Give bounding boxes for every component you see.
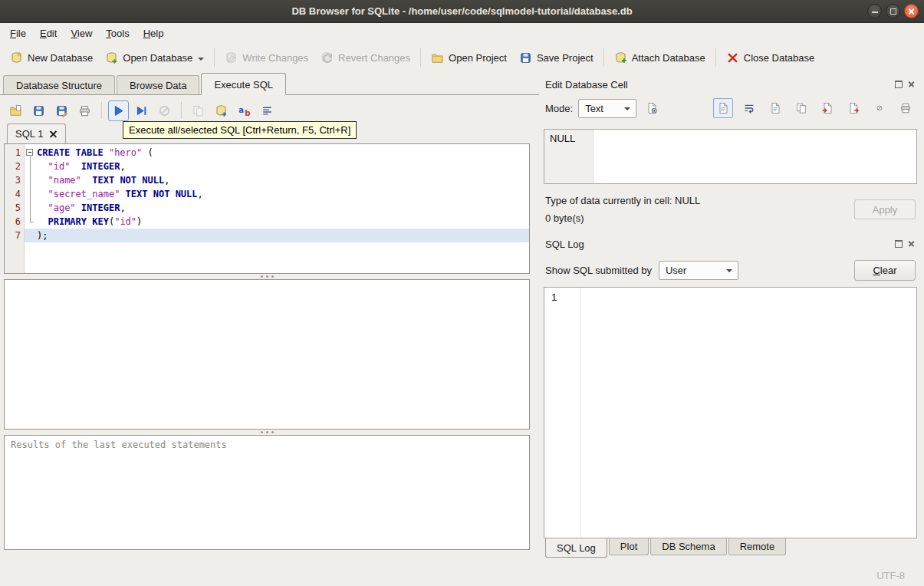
menu-edit[interactable]: Edit <box>33 25 64 41</box>
toolbar-close-database[interactable]: Close Database <box>720 48 821 68</box>
open-database-dropdown-arrow[interactable] <box>198 58 204 64</box>
menu-file[interactable]: File <box>3 25 33 41</box>
dock-tab-remote[interactable]: Remote <box>728 538 787 555</box>
editor-line-3: 3 "name" TEXT NOT NULL, <box>5 173 529 187</box>
menu-tools[interactable]: Tools <box>99 25 136 41</box>
print-icon[interactable] <box>896 98 916 118</box>
stop-icon[interactable] <box>154 100 175 121</box>
fold-margin <box>25 201 35 215</box>
write-changes-icon <box>225 51 238 64</box>
dock-close-icon[interactable] <box>907 81 916 89</box>
toolbar-separator <box>603 48 604 67</box>
maximize-icon[interactable] <box>886 4 900 18</box>
line-number: 3 <box>5 173 25 187</box>
text-view-icon[interactable] <box>713 98 733 118</box>
editor-line-7: 7); <box>5 229 529 242</box>
print-icon[interactable] <box>74 100 95 121</box>
splitter-handle[interactable] <box>4 430 530 435</box>
code-text[interactable]: "secret_name" TEXT NOT NULL, <box>35 187 529 201</box>
tab-execute-sql[interactable]: Execute SQL <box>201 73 286 95</box>
editor-line-6: 6 PRIMARY KEY("id") <box>5 215 529 229</box>
cell-mode-value: Text <box>585 103 616 114</box>
sql-tab[interactable]: SQL 1 <box>7 123 66 143</box>
execute-all-icon[interactable] <box>108 100 129 121</box>
editor-line-1: 1CREATE TABLE "hero" ( <box>5 146 529 160</box>
toolbar-open-database[interactable]: Open Database <box>99 48 210 68</box>
toolbar-save-project[interactable]: Save Project <box>513 48 600 68</box>
import-data-icon[interactable] <box>817 98 837 118</box>
toolbar-open-project[interactable]: Open Project <box>425 48 513 68</box>
status-bar: UTF-8 <box>0 565 924 586</box>
splitter-handle[interactable] <box>4 274 530 279</box>
sql-editor-toolbar: ab <box>4 95 530 123</box>
code-text[interactable]: "id" INTEGER, <box>35 160 529 173</box>
dock-float-icon[interactable] <box>894 240 903 249</box>
code-text[interactable]: CREATE TABLE "hero" ( <box>35 146 529 160</box>
execute-line-icon[interactable] <box>131 100 152 121</box>
cell-info-row: Type of data currently in cell: NULL 0 b… <box>544 195 917 224</box>
log-row-number: 1 <box>544 288 580 303</box>
format-sql-icon[interactable] <box>257 100 278 121</box>
menu-view[interactable]: View <box>64 25 99 41</box>
line-number: 2 <box>5 160 25 173</box>
close-database-icon <box>726 51 739 64</box>
menu-help[interactable]: Help <box>136 25 171 41</box>
open-database-icon <box>105 51 118 64</box>
save-sql-file-icon[interactable] <box>28 100 49 121</box>
minimize-icon[interactable] <box>867 4 882 18</box>
dock-tab-db-schema[interactable]: DB Schema <box>650 538 726 555</box>
toolbar-write-changes[interactable]: Write Changes <box>219 48 314 68</box>
toolbar-revert-changes[interactable]: Revert Changes <box>314 48 416 68</box>
export-data-icon[interactable] <box>843 98 863 118</box>
toolbar-separator <box>101 102 102 119</box>
dock-tab-plot[interactable]: Plot <box>609 538 649 555</box>
toolbar-new-database[interactable]: New Database <box>4 48 99 68</box>
cell-editor[interactable]: NULL <box>544 129 917 184</box>
cell-icon-group <box>713 98 916 118</box>
code-text[interactable]: ); <box>35 229 529 242</box>
results-message-pane: Results of the last executed statements <box>4 435 530 550</box>
dock-close-icon[interactable] <box>907 240 916 249</box>
new-database-icon <box>10 51 23 64</box>
fold-margin <box>25 215 35 229</box>
edit-cell-title: Edit Database Cell <box>545 79 889 91</box>
toolbar-attach-database[interactable]: Attach Database <box>608 48 712 68</box>
sql-log-title: SQL Log <box>545 239 889 250</box>
line-number: 4 <box>5 187 25 201</box>
code-text[interactable]: PRIMARY KEY("id") <box>35 215 529 229</box>
copy-icon[interactable] <box>791 98 811 118</box>
find-replace-icon[interactable]: ab <box>234 100 255 121</box>
cell-editor-toolbar: Mode: Text <box>544 95 917 121</box>
dock-float-icon[interactable] <box>894 81 903 89</box>
code-text[interactable]: "age" INTEGER, <box>35 201 529 215</box>
set-null-icon[interactable] <box>870 98 889 118</box>
import-settings-icon[interactable] <box>642 98 662 118</box>
open-file-icon[interactable] <box>765 98 785 118</box>
close-window-icon[interactable] <box>904 4 919 18</box>
copy-icon[interactable] <box>188 100 209 121</box>
sql-editor[interactable]: 1CREATE TABLE "hero" (2 "id" INTEGER,3 "… <box>4 143 530 274</box>
window-title: DB Browser for SQLite - /home/user/code/… <box>291 5 632 17</box>
apply-button[interactable]: Apply <box>854 199 916 219</box>
log-filter-label: Show SQL submitted by <box>545 265 652 276</box>
toolbar-separator <box>420 48 421 67</box>
sql-log-list[interactable]: 1 <box>544 287 917 538</box>
save-sql-as-icon[interactable] <box>51 100 72 121</box>
open-sql-file-icon[interactable] <box>5 100 26 121</box>
code-text[interactable]: "name" TEXT NOT NULL, <box>35 173 529 187</box>
toolbar-separator <box>181 102 182 119</box>
clear-button[interactable]: Clear <box>854 260 916 281</box>
fold-collapse-icon[interactable] <box>26 149 33 156</box>
line-number: 1 <box>5 146 25 160</box>
left-panel: Database StructureBrowse DataExecute SQL… <box>0 72 539 565</box>
dock-tab-sql-log[interactable]: SQL Log <box>545 538 607 558</box>
log-filter-select[interactable]: User <box>659 261 738 280</box>
export-database-icon[interactable] <box>211 100 232 121</box>
tab-database-structure[interactable]: Database Structure <box>3 75 115 94</box>
word-wrap-icon[interactable] <box>739 98 759 118</box>
titlebar[interactable]: DB Browser for SQLite - /home/user/code/… <box>0 0 924 23</box>
attach-database-icon <box>614 51 627 64</box>
tab-browse-data[interactable]: Browse Data <box>117 75 199 94</box>
cell-mode-select[interactable]: Text <box>578 99 636 118</box>
sql-tab-close-icon[interactable] <box>49 130 58 138</box>
